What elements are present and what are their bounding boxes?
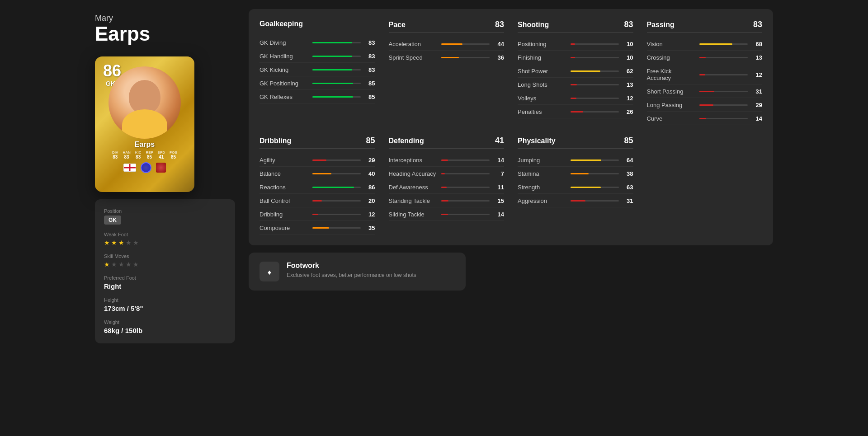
stat-bar (312, 42, 353, 43)
stat-name: Finishing (518, 54, 566, 61)
stat-name: Volleys (518, 95, 566, 102)
card-stat-ref-label: REF (146, 150, 153, 155)
stat-row: Shot Power62 (518, 65, 633, 78)
category-header-defending: Defending41 (389, 136, 505, 149)
stat-row: Def Awareness11 (389, 181, 505, 194)
flag-england-icon (123, 164, 136, 172)
stat-bar-container (571, 70, 619, 72)
star-3: ★ (118, 239, 124, 246)
stat-bar (699, 118, 706, 119)
weight-label: Weight (104, 319, 226, 325)
stat-bar-container (441, 187, 490, 188)
card-stat-pos-label: POS (170, 150, 177, 155)
stat-row: Short Passing31 (647, 85, 763, 98)
info-weak-foot-row: Weak Foot ★ ★ ★ ★ ★ (104, 232, 226, 246)
stat-name: GK Reflexes (259, 94, 308, 100)
stat-bar-container (699, 104, 748, 106)
stat-value: 14 (752, 115, 762, 122)
player-first-name: Mary (95, 14, 235, 23)
category-title-physicality: Physicality (518, 137, 556, 145)
stat-bar-container (699, 43, 748, 45)
club-badge-icon (141, 162, 151, 173)
stat-name: Free Kick Accuracy (647, 68, 695, 81)
stat-name: Short Passing (647, 88, 695, 95)
stat-value: 29 (365, 157, 375, 164)
stat-value: 31 (752, 88, 762, 95)
category-physicality: Physicality85Jumping64Stamina38Strength6… (518, 136, 633, 234)
info-skill-moves-row: Skill Moves ★ ★ ★ ★ ★ (104, 253, 226, 268)
stat-value: 64 (623, 157, 633, 164)
stat-bar (571, 200, 585, 202)
stat-row: GK Kicking83 (259, 64, 375, 76)
stat-value: 85 (365, 94, 375, 100)
stat-name: GK Positioning (259, 80, 308, 87)
league-badge-icon (156, 163, 166, 173)
preferred-foot-value: Right (104, 282, 226, 290)
stat-name: Sprint Speed (389, 54, 437, 61)
stats-grid: GoalkeepingGK Diving83GK Handling83GK Ki… (249, 9, 773, 245)
stat-row: Positioning10 (518, 38, 633, 51)
page-container: Mary Earps 86 GK Earps DIV 83 HAN 83 KIC… (95, 9, 773, 343)
info-position-row: Position GK (104, 208, 226, 225)
stat-name: Ball Control (259, 197, 308, 204)
stat-bar (441, 214, 448, 215)
card-stats-row: DIV 83 HAN 83 KIC 83 REF 85 SPD 41 (112, 150, 177, 159)
stat-row: Reactions86 (259, 181, 375, 194)
stat-value: 68 (752, 41, 762, 47)
stat-bar (699, 74, 705, 75)
player-card: 86 GK Earps DIV 83 HAN 83 KIC 83 REF (95, 56, 194, 192)
stat-value: 13 (752, 54, 762, 61)
category-dribbling: Dribbling85Agility29Balance40Reactions86… (259, 136, 375, 234)
stat-row: Penalties26 (518, 106, 633, 118)
stat-row: Vision68 (647, 38, 763, 51)
stat-name: Acceleration (389, 41, 437, 47)
left-panel: Mary Earps 86 GK Earps DIV 83 HAN 83 KIC… (95, 9, 235, 343)
skill-moves-label: Skill Moves (104, 253, 226, 259)
stat-bar (571, 111, 583, 113)
stat-row: Agility29 (259, 154, 375, 167)
skill-star-4: ★ (126, 261, 132, 268)
card-stat-han: HAN 83 (123, 150, 130, 159)
right-panel: GoalkeepingGK Diving83GK Handling83GK Ki… (249, 9, 773, 343)
card-stat-pos: POS 85 (170, 150, 177, 159)
stat-bar (312, 187, 354, 188)
stat-row: Jumping64 (518, 154, 633, 167)
stat-bar (441, 57, 458, 58)
stat-value: 10 (623, 54, 633, 61)
footwork-icon: ⬧ (259, 262, 279, 281)
stat-value: 26 (623, 108, 633, 115)
stat-row: GK Handling83 (259, 50, 375, 63)
stat-row: Dribbling12 (259, 208, 375, 221)
stat-row: Composure35 (259, 222, 375, 234)
category-header-passing: Passing83 (647, 20, 763, 33)
stat-name: Strength (518, 184, 566, 191)
star-1: ★ (104, 239, 110, 246)
category-score-physicality: 85 (624, 136, 633, 145)
stat-bar (312, 173, 332, 174)
skill-star-1: ★ (104, 261, 110, 268)
stat-name: Long Shots (518, 81, 566, 88)
stat-name: Long Passing (647, 102, 695, 108)
card-player-image (108, 66, 181, 139)
trait-text: Footwork Exclusive foot saves, better pe… (287, 262, 416, 279)
stat-bar (699, 43, 732, 45)
category-header-shooting: Shooting83 (518, 20, 633, 33)
card-stat-spd-label: SPD (158, 150, 165, 155)
stat-name: Def Awareness (389, 184, 437, 191)
stat-bar-container (571, 187, 619, 188)
height-value: 173cm / 5'8" (104, 305, 226, 312)
weight-value: 68kg / 150lb (104, 327, 226, 334)
stat-bar-container (312, 96, 361, 98)
card-stat-han-value: 83 (123, 155, 130, 159)
info-weight-row: Weight 68kg / 150lb (104, 319, 226, 334)
stat-bar (312, 227, 329, 229)
card-stat-ref-value: 85 (146, 155, 153, 159)
stat-row: Curve14 (647, 113, 763, 125)
stat-bar-container (312, 227, 361, 229)
skill-star-2: ★ (111, 261, 117, 268)
stat-name: Interceptions (389, 157, 437, 164)
stat-row: Acceleration44 (389, 38, 505, 51)
stat-value: 63 (623, 184, 633, 191)
stat-bar-container (699, 118, 748, 119)
stat-row: Sprint Speed36 (389, 52, 505, 64)
